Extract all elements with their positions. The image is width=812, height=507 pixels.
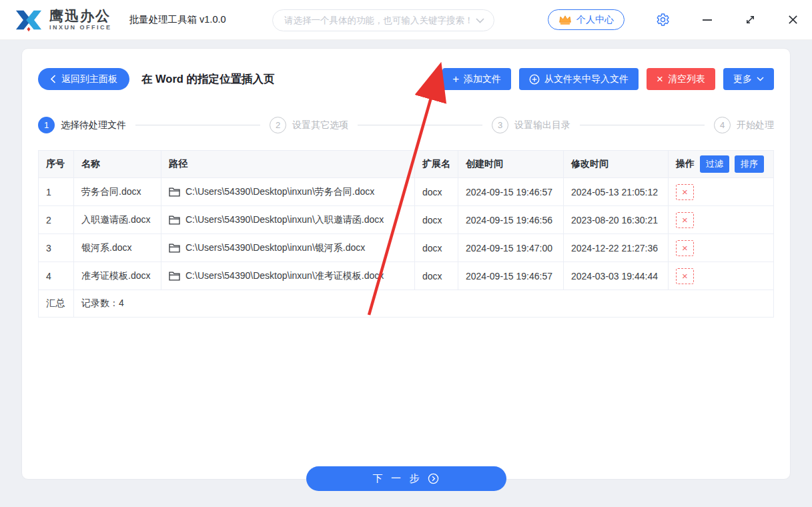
col-created: 创建时间 bbox=[458, 151, 564, 178]
folder-icon bbox=[169, 243, 180, 253]
step-number: 1 bbox=[38, 117, 55, 133]
row-path-text: C:\Users\54390\Desktop\inxun\入职邀请函.docx bbox=[185, 214, 384, 226]
step-connector bbox=[358, 125, 482, 125]
title-bar: 鹰迅办公 INXUN OFFICE 批量处理工具箱 v1.0.0 请选择一个具体… bbox=[0, 0, 812, 40]
step-label: 开始处理 bbox=[737, 119, 774, 131]
chevron-down-icon bbox=[476, 18, 484, 23]
user-center-label: 个人中心 bbox=[576, 14, 614, 26]
row-path-text: C:\Users\54390\Desktop\inxun\银河系.docx bbox=[185, 242, 365, 254]
row-path: C:\Users\54390\Desktop\inxun\银河系.docx bbox=[161, 234, 415, 262]
brand-subtitle: INXUN OFFICE bbox=[49, 25, 112, 31]
row-name: 劳务合同.docx bbox=[74, 178, 161, 206]
delete-row-button[interactable]: × bbox=[676, 184, 694, 200]
delete-row-button[interactable]: × bbox=[676, 212, 694, 228]
brand-name: 鹰迅办公 bbox=[49, 9, 112, 23]
step-label: 设置输出目录 bbox=[514, 119, 570, 131]
folder-icon bbox=[169, 215, 180, 225]
table-row: 4 准考证模板.docx C:\Users\54390\Desktop\inxu… bbox=[39, 262, 774, 290]
row-ext: docx bbox=[415, 178, 458, 206]
plus-icon: + bbox=[452, 73, 459, 85]
circle-arrow-right-icon bbox=[428, 473, 439, 484]
sort-button[interactable]: 排序 bbox=[735, 155, 764, 173]
row-created: 2024-09-15 19:47:00 bbox=[458, 234, 564, 262]
step-connector bbox=[580, 125, 705, 125]
table-header-row: 序号 名称 路径 扩展名 创建时间 修改时间 操作 过滤 排序 bbox=[39, 151, 774, 178]
logo-icon bbox=[13, 7, 44, 33]
crown-icon bbox=[558, 15, 572, 25]
close-button[interactable] bbox=[787, 14, 799, 25]
step-label: 选择待处理文件 bbox=[61, 119, 126, 131]
clear-list-button[interactable]: × 清空列表 bbox=[647, 68, 715, 90]
back-to-dashboard-button[interactable]: 返回到主面板 bbox=[38, 68, 129, 90]
row-index: 2 bbox=[39, 206, 74, 234]
delete-row-button[interactable]: × bbox=[676, 240, 694, 256]
minimize-button[interactable] bbox=[701, 14, 713, 26]
step-connector bbox=[135, 125, 260, 125]
next-step-button[interactable]: 下 一 步 bbox=[306, 466, 506, 491]
add-files-button[interactable]: + 添加文件 bbox=[442, 68, 511, 90]
summary-record-count: 记录数：4 bbox=[74, 290, 774, 318]
search-placeholder: 请选择一个具体的功能，也可输入关键字搜索！ bbox=[284, 15, 476, 27]
function-search-select[interactable]: 请选择一个具体的功能，也可输入关键字搜索！ bbox=[272, 9, 494, 31]
close-icon bbox=[787, 14, 799, 25]
more-button[interactable]: 更多 bbox=[723, 68, 774, 90]
back-button-label: 返回到主面板 bbox=[61, 73, 117, 85]
step-2-options: 2 设置其它选项 bbox=[270, 117, 348, 133]
import-from-folder-label: 从文件夹中导入文件 bbox=[544, 73, 629, 85]
row-created: 2024-09-15 19:46:57 bbox=[458, 178, 564, 206]
gear-icon bbox=[656, 13, 670, 27]
user-center-button[interactable]: 个人中心 bbox=[548, 9, 625, 30]
step-number: 2 bbox=[270, 117, 286, 133]
row-modified: 2024-12-22 21:27:36 bbox=[564, 234, 669, 262]
row-created: 2024-09-15 19:46:57 bbox=[458, 262, 564, 290]
main-panel: 返回到主面板 在 Word 的指定位置插入页 + 添加文件 从文件夹中导入文件 … bbox=[21, 48, 791, 480]
row-ext: docx bbox=[415, 234, 458, 262]
page-title: 在 Word 的指定位置插入页 bbox=[141, 72, 275, 87]
row-index: 3 bbox=[39, 234, 74, 262]
row-index: 4 bbox=[39, 262, 74, 290]
app-logo: 鹰迅办公 INXUN OFFICE bbox=[13, 7, 112, 33]
maximize-icon bbox=[745, 14, 756, 25]
col-operation: 操作 bbox=[676, 158, 695, 170]
row-path: C:\Users\54390\Desktop\inxun\劳务合同.docx bbox=[161, 178, 415, 206]
row-path-text: C:\Users\54390\Desktop\inxun\劳务合同.docx bbox=[185, 186, 374, 198]
next-step-label: 下 一 步 bbox=[373, 472, 422, 485]
col-ext: 扩展名 bbox=[415, 151, 458, 178]
folder-icon bbox=[169, 187, 180, 197]
maximize-button[interactable] bbox=[745, 14, 756, 25]
add-files-label: 添加文件 bbox=[464, 73, 501, 85]
step-number: 4 bbox=[714, 117, 731, 133]
delete-x-icon: × bbox=[682, 215, 688, 225]
row-path: C:\Users\54390\Desktop\inxun\入职邀请函.docx bbox=[161, 206, 415, 234]
step-4-start: 4 开始处理 bbox=[714, 117, 774, 133]
more-label: 更多 bbox=[733, 73, 752, 85]
folder-icon bbox=[169, 272, 180, 281]
row-operation: × bbox=[669, 234, 774, 262]
step-3-output-dir: 3 设置输出目录 bbox=[492, 117, 570, 133]
row-modified: 2024-03-03 19:44:44 bbox=[564, 262, 669, 290]
circle-plus-icon bbox=[529, 74, 540, 85]
filter-button[interactable]: 过滤 bbox=[700, 155, 729, 173]
table-row: 2 入职邀请函.docx C:\Users\54390\Desktop\inxu… bbox=[39, 206, 774, 234]
table-row: 3 银河系.docx C:\Users\54390\Desktop\inxun\… bbox=[39, 234, 774, 262]
clear-list-label: 清空列表 bbox=[668, 73, 705, 85]
summary-row: 汇总 记录数：4 bbox=[39, 290, 774, 318]
row-operation: × bbox=[669, 178, 774, 206]
import-from-folder-button[interactable]: 从文件夹中导入文件 bbox=[519, 68, 639, 90]
row-modified: 2023-08-20 16:30:21 bbox=[564, 206, 669, 234]
minimize-icon bbox=[701, 14, 713, 26]
delete-row-button[interactable]: × bbox=[676, 268, 694, 284]
delete-x-icon: × bbox=[682, 187, 688, 197]
row-name: 银河系.docx bbox=[74, 234, 161, 262]
settings-button[interactable] bbox=[656, 13, 670, 27]
row-ext: docx bbox=[415, 262, 458, 290]
row-modified: 2024-05-13 21:05:12 bbox=[564, 178, 669, 206]
col-modified: 修改时间 bbox=[564, 151, 669, 178]
col-name: 名称 bbox=[74, 151, 161, 178]
row-path-text: C:\Users\54390\Desktop\inxun\准考证模板.docx bbox=[185, 270, 384, 282]
col-index: 序号 bbox=[39, 151, 74, 178]
step-label: 设置其它选项 bbox=[292, 119, 348, 131]
row-index: 1 bbox=[39, 178, 74, 206]
close-x-icon: × bbox=[657, 73, 663, 85]
col-path: 路径 bbox=[161, 151, 415, 178]
